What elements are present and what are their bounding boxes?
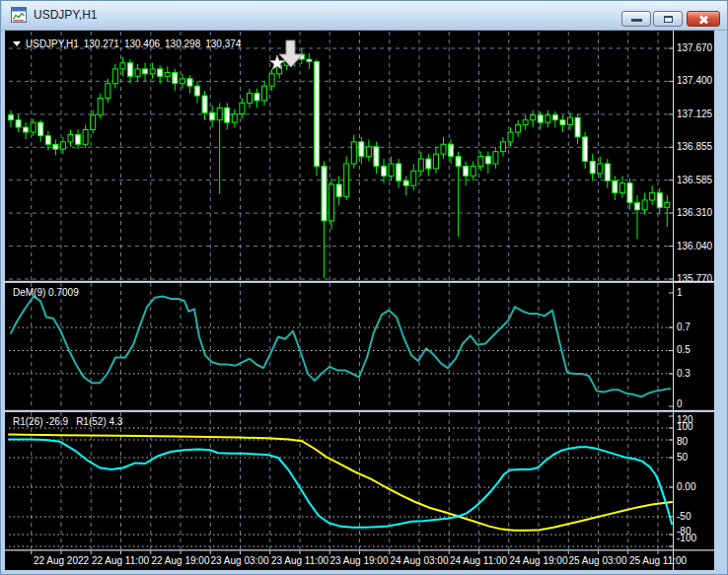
price-axis-label: 137.125 <box>677 108 721 120</box>
header-open: 130.271 <box>84 38 119 49</box>
header-close: 130.374 <box>205 38 241 49</box>
dem-axis-label: 0.7 <box>677 321 721 333</box>
header-high: 130.406 <box>124 38 160 49</box>
symbol-dropdown-icon[interactable] <box>13 41 21 46</box>
header-low: 130.298 <box>165 38 200 49</box>
r1-axis-label: 80 <box>677 435 721 448</box>
dem-axis-label: 1 <box>677 286 721 299</box>
ohlc-header: USDJPY,H1130.271130.406130.298130.374 <box>13 37 246 50</box>
price-axis-label: 136.585 <box>677 174 721 186</box>
header-symbol: USDJPY,H1 <box>26 38 79 49</box>
chart-window: USDJPY,H1 USDJPY,H1130.271130.406130.298… <box>0 0 728 575</box>
price-axis-label: 136.040 <box>677 240 721 252</box>
dem-indicator-label: DeM(9) 0.7009 <box>13 286 79 299</box>
r1-axis-label: -100 <box>677 532 721 544</box>
price-axis-label: 135.770 <box>677 272 721 285</box>
chart-canvas[interactable] <box>1 1 728 575</box>
price-axis-label: 136.855 <box>677 140 721 153</box>
time-axis-label: 25 Aug 11:00 <box>614 554 702 567</box>
price-axis-label: 137.400 <box>677 74 721 87</box>
r1-indicator-label: R1(26) -26.9R1(52) 4.3 <box>13 415 130 428</box>
r1-axis-label: -50 <box>677 510 721 523</box>
r1-axis-label: 100 <box>677 420 721 433</box>
dem-axis-label: 0 <box>677 397 721 410</box>
r1-26-label: R1(26) -26.9 <box>13 416 68 427</box>
dem-axis-label: 0.5 <box>677 343 721 356</box>
r1-axis-label: 0.00 <box>677 480 721 493</box>
r1-axis-label: 50 <box>677 451 721 464</box>
r1-52-label: R1(52) 4.3 <box>76 416 122 427</box>
price-axis-label: 137.670 <box>677 41 721 54</box>
dem-axis-label: 0.3 <box>677 367 721 380</box>
price-axis-label: 136.310 <box>677 206 721 219</box>
